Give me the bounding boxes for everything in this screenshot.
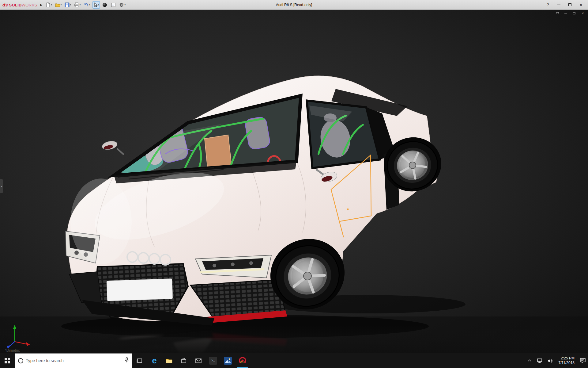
clock-date: 7/11/2018 — [559, 361, 575, 365]
solidworks-logo: ds SOLIDWORKS — [2, 2, 37, 8]
appearance-sphere-icon — [102, 2, 107, 7]
action-center-button[interactable] — [578, 353, 588, 368]
task-view-button[interactable] — [132, 353, 147, 368]
photos-button[interactable] — [221, 353, 235, 368]
minimize-icon — [564, 13, 567, 13]
dropdown-caret-icon[interactable]: ▾ — [51, 4, 52, 6]
doc-minimize-button[interactable] — [564, 11, 568, 15]
file-explorer-button[interactable] — [162, 353, 176, 368]
window-title: Audi R8 S [Read-only] — [276, 0, 312, 10]
drawing-sheet-button[interactable] — [110, 1, 117, 9]
terminal-button[interactable]: >_ — [206, 353, 221, 368]
options-gear-icon — [119, 2, 124, 7]
file-explorer-icon — [166, 358, 172, 363]
edge-icon: e — [152, 356, 157, 365]
panel-collapse-tab[interactable]: ◂ — [0, 179, 3, 193]
print-icon — [74, 2, 79, 7]
open-folder-icon — [55, 2, 60, 7]
task-view-icon — [137, 358, 143, 363]
terminal-icon: >_ — [209, 357, 217, 365]
maximize-icon — [568, 3, 571, 6]
document-window-controls: ✕ — [555, 11, 585, 15]
mail-button[interactable] — [191, 353, 206, 368]
doc-cascade-button[interactable] — [555, 11, 559, 15]
license-plate — [107, 278, 173, 301]
view-orientation-label: *Dimetric — [5, 348, 20, 353]
solidworks-taskbar-button[interactable]: 2017 — [235, 353, 250, 368]
dropdown-caret-icon[interactable]: ▾ — [89, 4, 90, 6]
system-tray: 2:25 PM 7/11/2018 — [524, 353, 588, 368]
windows-logo-icon — [5, 358, 10, 363]
appearance-sphere-button[interactable] — [101, 1, 108, 9]
solidworks-icon: 2017 — [238, 356, 247, 365]
store-icon — [181, 358, 187, 363]
help-button[interactable]: ? — [545, 2, 551, 8]
minimize-icon — [557, 5, 560, 5]
drawing-sheet-icon — [111, 2, 116, 7]
cortana-icon — [18, 358, 23, 363]
menu-flyout-arrow-icon[interactable]: ▶ — [39, 3, 43, 7]
maximize-icon — [573, 12, 575, 14]
chevron-up-icon — [528, 359, 531, 362]
dropdown-caret-icon[interactable]: ▾ — [124, 4, 126, 6]
cascade-windows-icon — [556, 12, 558, 14]
network-icon — [537, 358, 543, 363]
solidworks-version-badge: 2017 — [240, 361, 245, 363]
mail-icon — [195, 358, 202, 363]
undo-button[interactable]: ▾ — [83, 1, 91, 9]
taskbar-search[interactable] — [15, 353, 132, 368]
volume-icon — [548, 358, 553, 363]
action-center-icon — [580, 358, 586, 363]
undo-arrow-icon — [84, 2, 89, 7]
new-document-button[interactable]: ▾ — [45, 1, 53, 9]
volume-button[interactable] — [545, 353, 556, 368]
minimize-button[interactable] — [556, 2, 562, 8]
start-button[interactable] — [0, 353, 15, 368]
save-floppy-icon — [65, 2, 70, 7]
select-tool-button[interactable]: ▾ — [92, 1, 100, 9]
save-button[interactable]: ▾ — [64, 1, 72, 9]
title-bar: ds SOLIDWORKS ▶ ▾ ▾ ▾ ▾ ▾ ▾ — [0, 0, 588, 10]
edge-button[interactable]: e — [147, 353, 162, 368]
network-button[interactable] — [535, 353, 545, 368]
clock-time: 2:25 PM — [561, 356, 575, 361]
dropdown-caret-icon[interactable]: ▾ — [98, 4, 99, 6]
dropdown-caret-icon[interactable]: ▾ — [61, 4, 62, 6]
new-document-icon — [46, 2, 51, 7]
search-input[interactable] — [26, 358, 122, 363]
doc-close-button[interactable]: ✕ — [581, 11, 585, 15]
select-cursor-icon — [93, 2, 98, 7]
brand-text-light: WORKS — [22, 3, 37, 7]
3ds-logo-icon: ds — [2, 2, 8, 7]
print-button[interactable]: ▾ — [73, 1, 82, 9]
dropdown-caret-icon[interactable]: ▾ — [70, 4, 71, 6]
brand-text-bold: SOLID — [9, 3, 22, 7]
right-headlight — [195, 255, 271, 278]
microphone-icon[interactable] — [125, 357, 129, 364]
store-button[interactable] — [176, 353, 191, 368]
dropdown-caret-icon[interactable]: ▾ — [80, 4, 81, 6]
hidden-icons-button[interactable] — [524, 353, 535, 368]
taskbar-clock[interactable]: 2:25 PM 7/11/2018 — [556, 353, 578, 368]
open-button[interactable]: ▾ — [54, 1, 63, 9]
options-gear-button[interactable]: ▾ — [118, 1, 126, 9]
photos-icon — [224, 357, 232, 365]
model-scene — [0, 10, 588, 353]
close-button[interactable]: ✕ — [578, 2, 584, 8]
doc-maximize-button[interactable] — [572, 11, 576, 15]
graphics-viewport[interactable]: ✕ ◂ *Dimetric — [0, 10, 588, 353]
maximize-button[interactable] — [567, 2, 573, 8]
windows-taskbar: e >_ 2017 — [0, 353, 588, 368]
